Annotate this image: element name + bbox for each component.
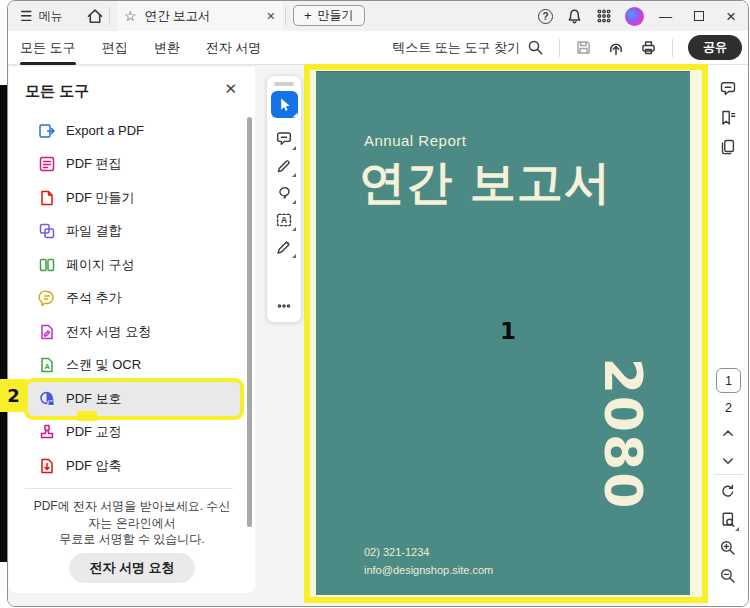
chevron-down-icon [719,452,737,470]
pdf-edit-icon [38,155,56,173]
tab-close-button[interactable]: × [267,9,275,23]
lasso-tool-button[interactable] [271,181,297,205]
ribbon-divider [559,39,560,57]
bookmark-icon [719,109,737,127]
promo-line: 무료로 서명할 수 있습니다. [23,531,241,548]
home-button[interactable] [86,7,104,25]
home-icon [86,7,104,25]
comment-bubble-icon [275,130,293,148]
maximize-button[interactable] [694,11,704,21]
tool-item-add-comments[interactable]: 주석 추가 [28,282,240,316]
more-tools-button[interactable] [271,294,297,318]
create-tab-button[interactable]: + 만들기 [293,5,365,26]
right-rail-divider [714,474,743,475]
zoom-in-button[interactable] [719,539,739,559]
close-window-button[interactable]: × [726,8,736,25]
document-tab[interactable]: ☆ 연간 보고서 × [117,1,283,31]
tool-item-pdf-edit[interactable]: PDF 편집 [28,148,240,182]
tool-item-request-esign[interactable]: 전자 서명 요청 [28,315,240,349]
select-tool-button[interactable] [271,91,298,118]
fit-page-button[interactable] [719,511,739,531]
rotate-page-button[interactable] [719,483,739,503]
draw-tool-button[interactable] [271,154,297,178]
ribbon-tab-convert[interactable]: 변환 [154,39,180,57]
ellipsis-icon [275,297,293,315]
panel-close-button[interactable]: ✕ [224,81,237,96]
submenu-corner [292,200,296,204]
submenu-corner [292,146,296,150]
esign-promo-text: PDF에 전자 서명을 받아보세요. 수신 자는 온라인에서 무료로 서명할 수… [23,498,241,548]
tool-item-label: PDF 압축 [66,457,122,475]
tool-item-label: PDF 보호 [66,390,122,408]
pages-copy-icon [719,138,737,156]
tool-item-label: 페이지 구성 [66,256,135,274]
submenu-corner [292,254,296,258]
cloud-upload-icon[interactable] [607,39,625,57]
find-tools-search[interactable]: 텍스트 또는 도구 찾기 [392,39,544,57]
tool-item-organize-pages[interactable]: 페이지 구성 [28,248,240,282]
share-button[interactable]: 공유 [688,35,742,60]
search-icon [527,39,544,56]
rail-drag-handle[interactable] [274,82,294,86]
fountain-pen-icon [275,238,293,256]
menu-button[interactable]: ☰ 메뉴 [20,8,63,25]
print-icon[interactable] [640,39,657,56]
submenu-corner [292,173,296,177]
highlight-notch [77,411,97,421]
report-eyebrow: Annual Report [364,132,466,149]
titlebar: ☰ 메뉴 ☆ 연간 보고서 × + 만들기 ? — × [8,1,748,31]
tool-item-scan-ocr[interactable]: A스캔 및 OCR [28,349,240,383]
bookmarks-button[interactable] [719,109,739,129]
tool-item-pdf-create[interactable]: PDF 만들기 [28,181,240,215]
tool-list: Export a PDFPDF 편집PDF 만들기파일 결합페이지 구성주석 추… [28,114,240,483]
minimize-button[interactable]: — [659,9,672,24]
ribbon-tab-all-tools[interactable]: 모든 도구 [20,39,76,57]
add-comment-tool-button[interactable] [271,127,297,151]
request-esign-button[interactable]: 전자 서명 요청 [69,553,195,583]
tool-item-label: 스캔 및 OCR [66,356,141,374]
favorite-star-icon[interactable]: ☆ [124,8,137,24]
plus-icon: + [304,9,312,22]
next-page-button[interactable] [719,452,739,472]
tool-item-label: Export a PDF [66,123,144,138]
page-number-input[interactable]: 1 [716,368,741,393]
tool-item-combine-files[interactable]: 파일 결합 [28,215,240,249]
tool-item-label: 전자 서명 요청 [66,323,151,341]
tab-title: 연간 보고서 [145,8,211,25]
add-comments-icon [38,289,56,307]
ribbon-tab-edit[interactable]: 편집 [102,39,128,57]
apps-grid-icon[interactable] [596,8,612,24]
notifications-bell-icon[interactable] [566,8,583,25]
page-thumbnails-button[interactable] [719,138,739,158]
tool-item-label: PDF 만들기 [66,189,135,207]
titlebar-separator [285,7,286,25]
ribbon-divider [672,39,673,57]
save-icon[interactable] [575,39,592,56]
help-button[interactable]: ? [538,9,553,24]
total-pages: 2 [708,401,749,415]
cursor-arrow-icon [276,96,294,114]
tool-item-export-pdf[interactable]: Export a PDF [28,114,240,148]
comment-icon [719,80,737,98]
ribbon-tab-e-sign[interactable]: 전자 서명 [206,39,262,57]
request-esign-icon [38,323,56,341]
report-phone: 02) 321-1234 [364,543,493,561]
step-marker-1: 1 [494,318,522,344]
organize-pages-icon [38,256,56,274]
lasso-icon [275,184,293,202]
previous-page-button[interactable] [719,424,739,444]
all-tools-panel: 모든 도구 ✕ Export a PDFPDF 편집PDF 만들기파일 결합페이… [9,67,255,593]
protect-pdf-icon [38,390,56,408]
text-box-tool-button[interactable]: A [271,208,297,232]
sign-tool-button[interactable] [271,235,297,259]
panel-scrollbar-thumb[interactable] [247,117,252,527]
tool-item-protect-pdf[interactable]: PDF 보호 [28,382,240,416]
tool-item-compress-pdf[interactable]: PDF 압축 [28,449,240,483]
zoom-out-button[interactable] [719,567,739,587]
report-email: info@designshop.site.com [364,561,493,579]
svg-text:A: A [44,362,50,371]
account-avatar[interactable] [625,7,644,26]
tool-item-redact-pdf[interactable]: PDF 교정 [28,416,240,450]
acrobat-window: ☰ 메뉴 ☆ 연간 보고서 × + 만들기 ? — × [7,0,749,607]
comments-panel-button[interactable] [719,80,739,100]
